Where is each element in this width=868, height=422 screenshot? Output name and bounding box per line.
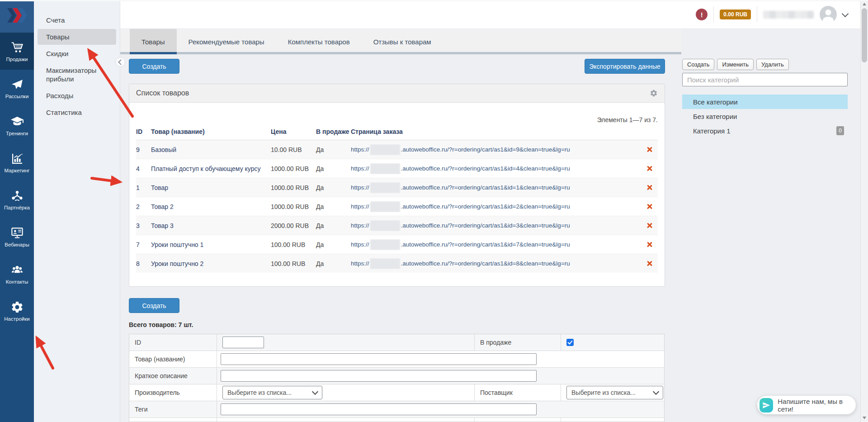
category-label: Категория 1 [693,127,731,135]
submenu-item-expenses[interactable]: Расходы [38,88,116,104]
supplier-select[interactable]: Выберите из списка... [566,386,663,399]
submenu-item-statistics[interactable]: Статистика [38,104,116,120]
avatar[interactable] [820,6,837,23]
rail-item-contacts[interactable]: Контакты [0,255,34,292]
product-name-link[interactable]: Уроки поштучно 1 [151,241,271,248]
table-row: 3 Товар 3 2000.00 RUB Да https://.autowe… [136,216,658,235]
table-row: 9 Базовый 10.00 RUB Да https://.autowebo… [136,140,658,159]
rail-item-marketing[interactable]: Маркетинг [0,144,34,181]
category-create-button[interactable]: Создать [682,59,714,70]
panel-settings-gear-icon[interactable] [650,89,658,97]
tags-input[interactable] [221,403,537,415]
export-data-button[interactable]: Экспортировать данные [585,59,665,74]
rail-item-mailings[interactable]: Рассылки [0,70,34,107]
category-edit-button[interactable]: Изменить [717,59,754,70]
order-page-url[interactable]: https://.autoweboffice.ru/?r=ordering/ca… [351,220,642,231]
order-page-url[interactable]: https://.autoweboffice.ru/?r=ordering/ca… [351,182,642,193]
delete-icon[interactable] [646,204,653,210]
scroll-down-arrow[interactable] [863,417,866,419]
rail-item-label: Тренинги [6,131,28,136]
form-row-partial [129,418,664,422]
order-page-url[interactable]: https://.autoweboffice.ru/?r=ordering/ca… [351,144,642,155]
rail-item-settings[interactable]: Настройки [0,292,34,329]
product-price: 1000.00 RUB [271,203,316,210]
on-sale-checkbox[interactable] [566,339,574,346]
create-product-button-bottom[interactable]: Создать [129,298,179,313]
chevron-down-icon[interactable] [842,10,849,17]
tab-products[interactable]: Товары [130,29,177,54]
table-row: 8 Уроки поштучно 2 100.00 RUB Да https:/… [136,254,658,273]
tab-label: Рекомендуемые товары [189,38,264,46]
product-name-link[interactable]: Уроки поштучно 2 [151,260,271,267]
product-on-sale: Да [316,146,351,153]
delete-icon[interactable] [646,185,653,191]
category-buttons: Создать Изменить Удалить [682,59,848,70]
url-suffix: .autoweboffice.ru/?r=ordering/cart/as1&i… [401,184,570,190]
category-item-uncategorized[interactable]: Без категории [682,109,848,123]
product-form: ID В продаже Товар (название) Краткое оп… [129,334,665,422]
categories-panel: Создать Изменить Удалить Все категории Б… [682,59,848,138]
delete-icon[interactable] [646,147,653,153]
delete-icon[interactable] [646,166,653,172]
product-price: 100.00 RUB [271,260,316,267]
category-search-input[interactable] [682,73,848,86]
form-row-name: Товар (название) [129,351,664,368]
category-item-all[interactable]: Все категории [682,95,848,109]
order-page-url[interactable]: https://.autoweboffice.ru/?r=ordering/ca… [351,163,642,174]
submenu-item-accounts[interactable]: Счета [38,12,116,28]
product-name-link[interactable]: Платный доступ к обучающему курсу [151,165,271,172]
tab-product-reviews[interactable]: Отзывы к товарам [362,29,443,54]
submenu-item-label: Товары [46,33,70,41]
tab-label: Отзывы к товарам [373,38,431,46]
scrollbar-thumb[interactable] [862,8,867,62]
avatar-body [823,17,834,23]
topbar: ! 0.00 RUB [120,0,860,29]
rail-item-label: Рассылки [5,94,29,99]
items-count: Элементы 1—7 из 7. [136,116,658,124]
rail-item-trainings[interactable]: Тренинги [0,107,34,144]
delete-icon[interactable] [646,223,653,229]
delete-icon[interactable] [646,242,653,248]
alert-icon[interactable]: ! [696,9,708,20]
scroll-up-arrow[interactable] [863,3,866,5]
order-page-url[interactable]: https://.autoweboffice.ru/?r=ordering/ca… [351,258,642,269]
manufacturer-select[interactable]: Выберите из списка... [222,386,322,399]
rail-item-affiliate[interactable]: Партнёрка [0,181,34,218]
tabbar: Товары Рекомендуемые товары Комплекты то… [120,29,681,54]
order-page-url[interactable]: https://.autoweboffice.ru/?r=ordering/ca… [351,239,642,250]
product-name-link[interactable]: Базовый [151,146,271,153]
rail-item-webinars[interactable]: Вебинары [0,218,34,255]
app-logo[interactable] [0,0,34,33]
product-on-sale: Да [316,165,351,172]
url-suffix: .autoweboffice.ru/?r=ordering/cart/as1&i… [401,260,570,266]
supplier-label: Поставщик [480,389,513,396]
submenu-item-discounts[interactable]: Скидки [38,46,116,62]
submenu-item-profit-maximizers[interactable]: Максимизаторы прибыли [38,62,116,87]
submenu-item-products[interactable]: Товары [38,29,116,45]
order-page-url[interactable]: https://.autoweboffice.ru/?r=ordering/ca… [351,201,642,212]
chat-widget[interactable]: Напишите нам, мы в сети! [757,396,856,414]
redacted-domain [370,258,400,269]
create-product-button[interactable]: Создать [129,59,179,74]
product-name-link[interactable]: Товар 2 [151,203,271,210]
tab-product-bundles[interactable]: Комплекты товаров [276,29,362,54]
redacted-domain [370,239,400,250]
product-name-link[interactable]: Товар 3 [151,222,271,229]
scrollbar[interactable] [860,0,868,422]
tab-recommended-products[interactable]: Рекомендуемые товары [177,29,276,54]
name-input[interactable] [221,353,537,365]
short-description-input[interactable] [221,370,537,382]
balance-badge[interactable]: 0.00 RUB [720,9,751,19]
submenu-item-label: Скидки [46,50,68,57]
panel-header: Список товаров [129,84,665,103]
delete-icon[interactable] [646,261,653,267]
category-item-1[interactable]: Категория 1 0 [682,123,848,138]
name-label: Товар (название) [135,356,185,363]
id-input[interactable] [222,337,264,348]
rail-item-sales[interactable]: Продажи [0,33,34,70]
category-delete-button[interactable]: Удалить [756,59,789,70]
product-on-sale: Да [316,222,351,229]
product-name-link[interactable]: Товар [151,184,271,191]
collapse-sidebar-button[interactable] [115,57,125,67]
bar-chart-icon [10,152,24,166]
